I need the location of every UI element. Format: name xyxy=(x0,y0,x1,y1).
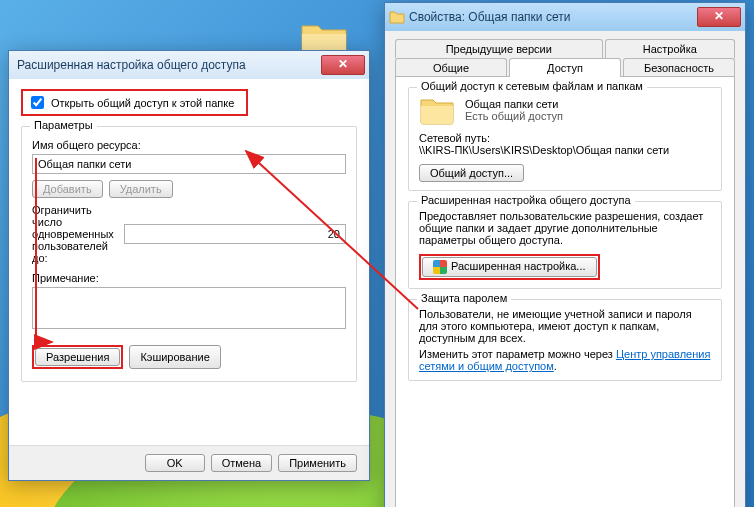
tab-settings[interactable]: Настройка xyxy=(605,39,735,58)
caching-button[interactable]: Кэширование xyxy=(129,345,220,369)
folder-name: Общая папки сети xyxy=(465,98,563,110)
close-icon[interactable]: ✕ xyxy=(321,55,365,75)
folder-status: Есть общий доступ xyxy=(465,110,563,122)
share-button[interactable]: Общий доступ... xyxy=(419,164,524,182)
permissions-button[interactable]: Разрешения xyxy=(35,348,120,366)
section-title: Общий доступ к сетевым файлам и папкам xyxy=(417,80,647,92)
note-label: Примечание: xyxy=(32,272,346,284)
tab-access[interactable]: Доступ xyxy=(509,58,621,77)
ok-button[interactable]: OK xyxy=(145,454,205,472)
remove-button[interactable]: Удалить xyxy=(109,180,173,198)
apply-button[interactable]: Применить xyxy=(278,454,357,472)
note-textarea[interactable] xyxy=(32,287,346,329)
pw-desc2-prefix: Изменить этот параметр можно через xyxy=(419,348,616,360)
tab-general[interactable]: Общие xyxy=(395,58,507,77)
tab-security[interactable]: Безопасность xyxy=(623,58,735,77)
tab-previous-versions[interactable]: Предыдущие версии xyxy=(395,39,603,58)
pw-desc1: Пользователи, не имеющие учетной записи … xyxy=(419,308,711,344)
share-name-label: Имя общего ресурса: xyxy=(32,139,346,151)
dialog-title: Расширенная настройка общего доступа xyxy=(13,58,321,72)
properties-dialog: Свойства: Общая папки сети ✕ Предыдущие … xyxy=(384,2,746,507)
folder-icon xyxy=(419,96,455,124)
add-button[interactable]: Добавить xyxy=(32,180,103,198)
close-icon[interactable]: ✕ xyxy=(697,7,741,27)
shield-icon xyxy=(433,260,447,274)
section-title: Расширенная настройка общего доступа xyxy=(417,194,635,206)
advanced-sharing-dialog: Расширенная настройка общего доступа ✕ О… xyxy=(8,50,370,481)
group-title: Параметры xyxy=(30,119,97,131)
share-checkbox-label: Открыть общий доступ к этой папке xyxy=(51,97,234,109)
share-name-input[interactable] xyxy=(32,154,346,174)
cancel-button[interactable]: Отмена xyxy=(211,454,272,472)
limit-spinner[interactable] xyxy=(124,224,346,244)
adv-desc: Предоставляет пользовательские разрешени… xyxy=(419,210,711,246)
share-checkbox[interactable] xyxy=(31,96,44,109)
limit-label: Ограничить число одновременных пользоват… xyxy=(32,204,114,264)
folder-icon xyxy=(389,10,405,24)
section-title: Защита паролем xyxy=(417,292,511,304)
share-checkbox-row[interactable]: Открыть общий доступ к этой папке xyxy=(21,89,248,116)
netpath-label: Сетевой путь: xyxy=(419,132,711,144)
advanced-settings-button[interactable]: Расширенная настройка... xyxy=(422,257,597,277)
dialog-title: Свойства: Общая папки сети xyxy=(405,10,697,24)
netpath-value: \\KIRS-ПК\Users\KIRS\Desktop\Общая папки… xyxy=(419,144,711,156)
